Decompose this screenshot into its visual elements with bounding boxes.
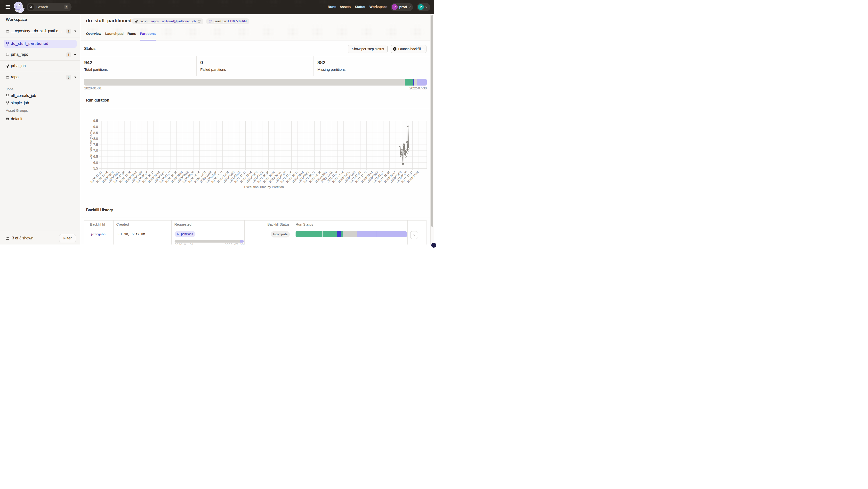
svg-text:5.5: 5.5 xyxy=(93,166,98,170)
svg-text:8.5: 8.5 xyxy=(93,131,98,135)
svg-text:9.5: 9.5 xyxy=(93,119,98,123)
svg-text:7.5: 7.5 xyxy=(93,143,98,146)
svg-text:6.5: 6.5 xyxy=(93,155,98,159)
svg-text:Execution Time by Partition: Execution Time by Partition xyxy=(244,185,284,189)
svg-text:7.0: 7.0 xyxy=(93,149,98,153)
svg-text:8.0: 8.0 xyxy=(93,137,98,140)
svg-text:6.0: 6.0 xyxy=(93,161,98,165)
svg-text:9.0: 9.0 xyxy=(93,125,98,129)
svg-text:Execution time (secs): Execution time (secs) xyxy=(89,130,93,161)
